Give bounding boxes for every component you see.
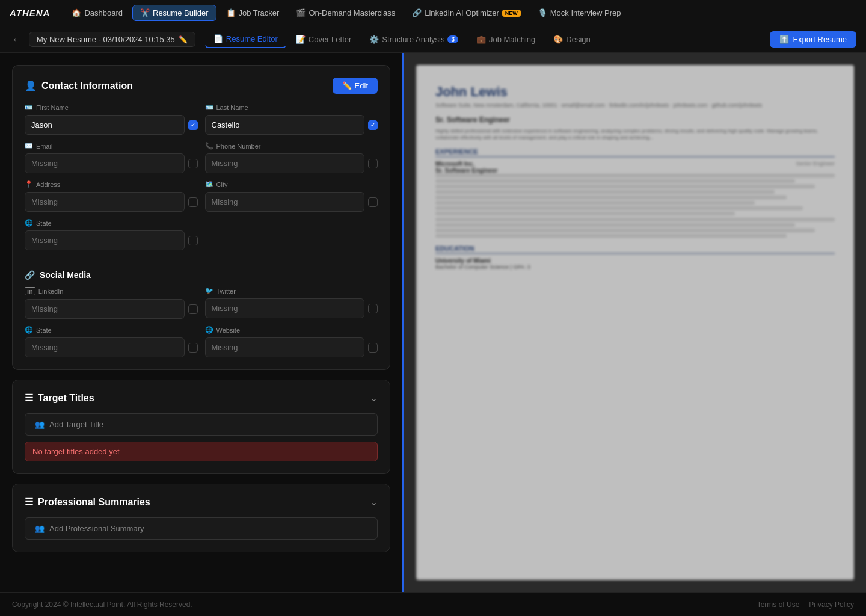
- main-layout: 👤 Contact Information ✏️ Edit 🪪 First Na…: [0, 53, 866, 592]
- professional-summaries-chevron: ⌄: [370, 496, 378, 508]
- phone-icon: 📞: [205, 142, 213, 150]
- social-state-input[interactable]: [25, 337, 185, 357]
- tab-cover-letter[interactable]: 📝 Cover Letter: [287, 31, 360, 48]
- website-input[interactable]: [205, 337, 365, 357]
- website-icon: 🌐: [205, 326, 213, 334]
- city-input[interactable]: [205, 192, 365, 212]
- tab-resume-editor[interactable]: 📄 Resume Editor: [205, 31, 286, 48]
- social-form-grid: in LinkedIn 🐦 Twitter: [25, 287, 378, 357]
- target-titles-header[interactable]: ☰ Target Titles ⌄: [25, 392, 378, 404]
- first-name-input[interactable]: [25, 115, 185, 135]
- resume-preview-exp-label: EXPERIENCE: [435, 148, 835, 157]
- professional-summaries-header[interactable]: ☰ Professional Summaries ⌄: [25, 496, 378, 508]
- email-group: ✉️ Email: [25, 142, 198, 173]
- add-target-icon: 👥: [35, 420, 45, 429]
- first-name-group: 🪪 First Name ✓: [25, 103, 198, 135]
- nav-item-masterclass[interactable]: 🎬 On-Demand Masterclass: [289, 5, 402, 20]
- state-input[interactable]: [25, 230, 185, 250]
- nav-item-resume-builder[interactable]: ✂️ Resume Builder: [132, 5, 216, 21]
- state-group: 🌐 State: [25, 219, 198, 250]
- nav-item-linkedin[interactable]: 🔗 LinkedIn AI Optimizer NEW: [405, 5, 528, 20]
- list-icon: ☰: [25, 392, 33, 404]
- resume-preview-edu-degree: Bachelor of Computer Science | GPA: 3: [435, 264, 835, 270]
- address-checkbox[interactable]: [188, 197, 198, 207]
- tab-design[interactable]: 🎨 Design: [545, 31, 598, 48]
- contact-section: 👤 Contact Information ✏️ Edit 🪪 First Na…: [12, 65, 390, 370]
- top-nav: ATHENA 🏠 Dashboard ✂️ Resume Builder 📋 J…: [0, 0, 866, 26]
- address-icon: 📍: [25, 180, 33, 188]
- nav-items: 🏠 Dashboard ✂️ Resume Builder 📋 Job Trac…: [64, 5, 856, 21]
- email-checkbox[interactable]: [188, 159, 198, 168]
- phone-input[interactable]: [205, 153, 365, 173]
- social-state-group: 🌐 State: [25, 326, 198, 357]
- linkedin-checkbox[interactable]: [188, 304, 198, 314]
- website-checkbox[interactable]: [368, 343, 378, 353]
- email-icon: ✉️: [25, 142, 33, 150]
- target-titles-section: ☰ Target Titles ⌄ 👥 Add Target Title No …: [12, 380, 390, 474]
- last-name-input[interactable]: [205, 115, 365, 135]
- footer: Copyright 2024 © Intellectual Point. All…: [0, 592, 866, 616]
- city-group: 🗺️ City: [205, 180, 378, 212]
- resume-preview-panel: John Lewis Software Suite, New Amsterdam…: [404, 53, 866, 592]
- last-name-checkbox[interactable]: ✓: [368, 120, 378, 130]
- resume-preview-edu-label: EDUCATION: [435, 245, 835, 254]
- address-label: 📍 Address: [25, 180, 198, 188]
- terms-link[interactable]: Terms of Use: [757, 600, 800, 609]
- home-icon: 🏠: [72, 8, 81, 17]
- linkedin-input[interactable]: [25, 299, 185, 319]
- logo: ATHENA: [10, 8, 50, 18]
- state-label: 🌐 State: [25, 219, 198, 227]
- address-group: 📍 Address: [25, 180, 198, 212]
- cover-letter-icon: 📝: [296, 35, 306, 44]
- target-titles-chevron: ⌄: [370, 392, 378, 404]
- twitter-label: 🐦 Twitter: [205, 287, 378, 295]
- resume-preview: John Lewis Software Suite, New Amsterdam…: [416, 65, 854, 580]
- design-icon: 🎨: [553, 35, 563, 44]
- resume-preview-name: John Lewis: [435, 84, 835, 100]
- state-checkbox[interactable]: [188, 236, 198, 245]
- breadcrumb-edit-icon[interactable]: ✏️: [179, 35, 188, 44]
- contact-form-grid: 🪪 First Name ✓ 🪪 Last Name: [25, 103, 378, 250]
- professional-summaries-title: ☰ Professional Summaries: [25, 496, 150, 508]
- phone-checkbox[interactable]: [368, 159, 378, 168]
- new-badge: NEW: [502, 10, 521, 17]
- back-button[interactable]: ←: [10, 32, 24, 48]
- twitter-checkbox[interactable]: [368, 304, 378, 313]
- nav-item-mock-interview[interactable]: 🎙️ Mock Interview Prep: [530, 5, 628, 20]
- add-target-title-button[interactable]: 👥 Add Target Title: [25, 413, 378, 436]
- social-divider: [25, 260, 378, 260]
- video-icon: 🎬: [296, 8, 306, 17]
- phone-label: 📞 Phone Number: [205, 142, 378, 150]
- linkedin-group: in LinkedIn: [25, 287, 198, 319]
- resume-preview-contact: Software Suite, New Amsterdam, Californi…: [435, 102, 835, 108]
- tab-structure-analysis[interactable]: ⚙️ Structure Analysis 3: [361, 31, 467, 48]
- city-checkbox[interactable]: [368, 197, 378, 207]
- resume-preview-edu-school: University of Miami: [435, 257, 835, 264]
- pencil-icon: ✏️: [342, 81, 352, 90]
- twitter-icon: 🐦: [205, 287, 213, 295]
- clipboard-icon: 📋: [226, 8, 236, 17]
- nav-item-dashboard[interactable]: 🏠 Dashboard: [64, 5, 130, 20]
- resume-preview-sr-engineer: Sr. Software Engineer: [435, 116, 835, 124]
- social-state-checkbox[interactable]: [188, 343, 198, 353]
- nav-item-job-tracker[interactable]: 📋 Job Tracker: [219, 5, 287, 20]
- export-resume-button[interactable]: ⬆️ Export Resume: [770, 31, 856, 48]
- id-card-icon: 🪪: [25, 103, 33, 111]
- contact-edit-button[interactable]: ✏️ Edit: [333, 78, 378, 94]
- address-input[interactable]: [25, 192, 185, 212]
- breadcrumb-title: My New Resume - 03/10/2024 10:15:35 ✏️: [29, 32, 195, 47]
- tab-job-matching[interactable]: 💼 Job Matching: [468, 31, 544, 48]
- first-name-checkbox[interactable]: ✓: [188, 120, 198, 130]
- add-professional-summary-button[interactable]: 👥 Add Professional Summary: [25, 517, 378, 540]
- website-group: 🌐 Website: [205, 326, 378, 357]
- linkedin-label: in LinkedIn: [25, 287, 198, 295]
- social-state-label: 🌐 State: [25, 326, 198, 334]
- twitter-input[interactable]: [205, 298, 365, 318]
- resume-editor-icon: 📄: [213, 34, 223, 43]
- microphone-icon: 🎙️: [538, 8, 547, 17]
- city-label: 🗺️ City: [205, 180, 378, 188]
- email-input[interactable]: [25, 153, 185, 173]
- privacy-link[interactable]: Privacy Policy: [809, 600, 854, 609]
- id-card-icon-2: 🪪: [205, 103, 213, 111]
- professional-summaries-section: ☰ Professional Summaries ⌄ 👥 Add Profess…: [12, 484, 390, 552]
